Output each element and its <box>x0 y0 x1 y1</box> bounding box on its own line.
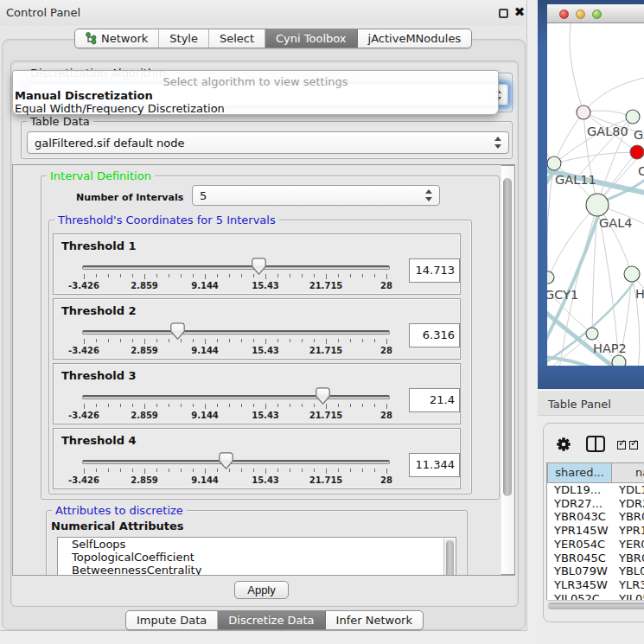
network-node-gal11[interactable] <box>547 156 561 170</box>
bottom-tab-label: Infer Network <box>336 614 412 627</box>
network-node-gal4[interactable] <box>586 194 609 216</box>
close-icon[interactable]: ✖ <box>513 4 526 22</box>
combo-stepper-icon <box>425 189 433 201</box>
table-row[interactable]: YDR27...YDR27... <box>547 497 644 511</box>
slider-tick <box>217 404 218 407</box>
algorithm-option[interactable]: Select algorithm to view settings <box>15 75 496 88</box>
slider-tick-label: 9.144 <box>191 411 219 420</box>
threshold-value-field[interactable]: 6.316 <box>409 323 460 348</box>
gear-icon[interactable] <box>556 437 571 452</box>
control-panel-titlebar[interactable]: Control Panel ✖ <box>0 0 526 25</box>
table-horizontal-scrollbar[interactable] <box>547 600 644 609</box>
slider-tick-label: 15.43 <box>252 411 279 420</box>
bottom-tab-infer-network[interactable]: Infer Network <box>326 611 423 629</box>
network-node-bottom[interactable] <box>612 355 626 366</box>
tab-style[interactable]: Style <box>159 29 209 48</box>
slider-track[interactable] <box>82 395 390 399</box>
attribute-list-item[interactable]: BetweennessCentrality <box>58 564 456 576</box>
network-window-titlebar[interactable] <box>547 4 644 23</box>
slider-tick <box>108 339 109 342</box>
attribute-list-item[interactable]: TopologicalCoefficient <box>58 551 456 564</box>
tab-select[interactable]: Select <box>209 29 265 48</box>
table-row[interactable]: YBL079WYBL079W <box>547 564 644 578</box>
bottom-tab-impute-data[interactable]: Impute Data <box>126 611 218 629</box>
slider-tick <box>362 469 363 472</box>
numerical-attributes-list[interactable]: SelfLoopsTopologicalCoefficientBetweenne… <box>57 537 456 576</box>
table-row[interactable]: YER054CYER054C <box>547 538 644 552</box>
slider-thumb[interactable] <box>219 452 233 469</box>
slider-tick <box>181 404 182 407</box>
slider-tick-label: 21.715 <box>309 281 343 290</box>
slider-tick <box>193 469 194 472</box>
number-of-intervals-combobox[interactable]: 5 <box>192 185 440 206</box>
network-canvas[interactable]: GAL80GACGAL11GAL4GCY1HHAP2 <box>547 23 644 366</box>
slider-tick <box>302 404 303 407</box>
threshold-value-field[interactable]: 11.344 <box>409 453 460 477</box>
network-node-h[interactable] <box>624 266 640 282</box>
network-node-red[interactable] <box>630 145 644 159</box>
settings-scrollbar-thumb[interactable] <box>503 178 512 496</box>
slider-tick <box>156 339 157 342</box>
network-edge[interactable] <box>570 23 583 112</box>
slider-tick <box>169 469 169 472</box>
slider-track[interactable] <box>82 265 390 270</box>
slider-tick <box>314 404 315 407</box>
float-window-icon[interactable] <box>499 9 508 18</box>
slider-tick <box>374 404 375 407</box>
algorithm-option[interactable]: Equal Width/Frequency Discretization <box>15 102 496 115</box>
list-scrollbar[interactable] <box>443 539 455 576</box>
network-node-label: GA <box>634 128 644 142</box>
slider-track[interactable] <box>82 460 390 464</box>
checkbox-icon[interactable] <box>629 441 638 450</box>
bottom-tab-discretize-data[interactable]: Discretize Data <box>218 611 325 629</box>
slider-tick <box>290 469 290 472</box>
slider-tick <box>326 339 327 344</box>
table-row[interactable]: YIL052CYIL052C <box>547 592 644 600</box>
table-row[interactable]: YLR345WYLR345W <box>547 578 644 592</box>
slider-tick <box>374 274 375 277</box>
settings-vertical-scrollbar[interactable] <box>501 165 515 575</box>
minimize-traffic-light-icon[interactable] <box>576 10 585 19</box>
slider-tick <box>156 404 157 407</box>
slider-tick <box>108 404 109 407</box>
table-data-combobox[interactable]: galFiltered.sif default node <box>27 131 509 154</box>
table-row[interactable]: YPR145WYPR145W <box>547 524 644 538</box>
table-hscrollbar-thumb[interactable] <box>548 603 644 609</box>
network-edge[interactable] <box>583 76 644 112</box>
table-column-header[interactable]: shared... <box>547 462 612 483</box>
network-node-hap2[interactable] <box>586 328 598 340</box>
slider-tick <box>362 339 363 342</box>
threshold-value-field[interactable]: 21.4 <box>409 388 460 412</box>
threshold-value-field[interactable]: 14.713 <box>409 258 460 283</box>
network-node-top[interactable] <box>626 110 640 124</box>
table-row[interactable]: YBR045CYBR045C <box>547 552 644 565</box>
apply-button[interactable]: Apply <box>234 581 289 599</box>
tab-jactivemnodules[interactable]: jActiveMNodules <box>358 29 472 48</box>
checkbox-icon[interactable] <box>617 441 626 450</box>
table-data-combobox-value: galFiltered.sif default node <box>35 137 185 150</box>
slider-tick-label: 21.715 <box>309 475 343 485</box>
slider-thumb[interactable] <box>170 322 185 340</box>
slider-thumb[interactable] <box>252 258 266 275</box>
slider-tick <box>338 339 339 342</box>
table-column-header[interactable]: name <box>612 462 644 483</box>
slider-track[interactable] <box>82 330 390 335</box>
bottom-tab-label: Impute Data <box>137 614 207 627</box>
algorithm-option[interactable]: Manual Discretization <box>15 89 496 102</box>
slider-tick <box>290 274 290 277</box>
slider-tick-label: -3.426 <box>68 411 99 420</box>
tab-network[interactable]: Network <box>75 29 159 48</box>
list-scrollbar-thumb[interactable] <box>446 540 454 576</box>
split-columns-icon[interactable] <box>586 436 605 452</box>
table-row[interactable]: YDL19...YDL19... <box>547 483 644 497</box>
zoom-traffic-light-icon[interactable] <box>592 10 602 19</box>
tab-cyni-toolbox[interactable]: Cyni Toolbox <box>265 29 358 48</box>
close-traffic-light-icon[interactable] <box>559 10 569 19</box>
attribute-list-item[interactable]: SelfLoops <box>58 538 456 551</box>
slider-tick <box>120 274 121 277</box>
network-node-gcy1[interactable] <box>547 271 554 284</box>
slider-thumb[interactable] <box>316 387 330 405</box>
network-edge[interactable] <box>554 112 583 163</box>
table-row[interactable]: YBR043CYBR043C <box>547 510 644 524</box>
network-node-pink[interactable] <box>577 105 590 119</box>
